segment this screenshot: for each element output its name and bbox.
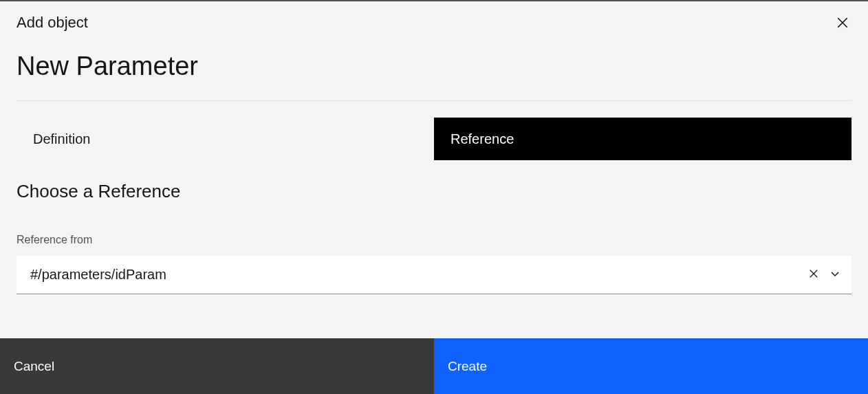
tab-definition[interactable]: Definition (17, 118, 434, 160)
divider (17, 100, 851, 101)
section-title: Choose a Reference (17, 181, 851, 202)
close-icon (809, 269, 818, 281)
reference-from-input[interactable] (30, 267, 803, 283)
tabs: Definition Reference (17, 118, 851, 160)
cancel-button[interactable]: Cancel (0, 338, 434, 394)
tab-reference[interactable]: Reference (434, 118, 851, 160)
reference-from-combobox[interactable] (17, 256, 851, 294)
dialog-footer: Cancel Create (0, 338, 868, 394)
chevron-down-icon (829, 268, 840, 281)
dialog-supertitle: Add object (17, 14, 88, 32)
close-button[interactable] (834, 14, 851, 34)
close-icon (836, 21, 849, 31)
create-button[interactable]: Create (434, 338, 868, 394)
reference-from-label: Reference from (17, 234, 92, 245)
dialog-title: New Parameter (17, 52, 851, 81)
add-object-dialog: Add object New Parameter Definition Refe… (0, 1, 868, 338)
reference-from-field: Reference from (17, 234, 851, 294)
dropdown-toggle-button[interactable] (824, 263, 846, 287)
dialog-header: Add object (17, 14, 851, 34)
clear-button[interactable] (803, 263, 824, 286)
